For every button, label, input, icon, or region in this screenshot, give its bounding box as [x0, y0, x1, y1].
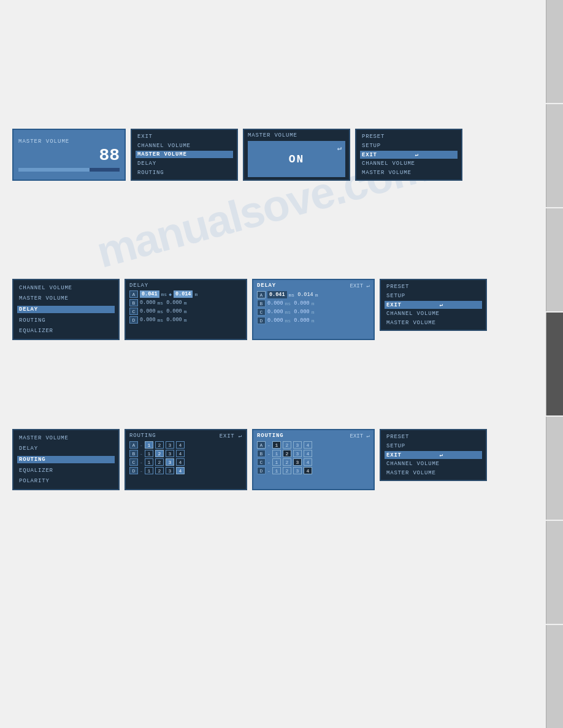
ch-c-dark: C — [129, 308, 138, 315]
rc-2-blue[interactable]: 2 — [283, 458, 291, 466]
routing-header-blue: ROUTING — [257, 433, 283, 439]
rd-2-dark[interactable]: 2 — [155, 467, 164, 474]
tab-1[interactable] — [546, 0, 563, 103]
routing-r3[interactable]: ROUTING — [17, 456, 115, 463]
on-button[interactable]: ON ↵ — [248, 141, 345, 177]
menu-routing-r1[interactable]: ROUTING — [136, 169, 233, 176]
routing-row-d-dark: D - 1 2 3 4 — [129, 467, 242, 474]
delay-a-m-dark[interactable]: 0.014 — [174, 290, 193, 298]
rd-1-blue[interactable]: 1 — [272, 467, 281, 474]
ch-a-blue: A — [257, 291, 266, 298]
panel-preset-menu-r2: PRESET SETUP EXIT ↵ CHANNEL VOLUME MASTE… — [380, 279, 487, 331]
setup-r2[interactable]: SETUP — [385, 292, 482, 300]
ra-4-blue[interactable]: 4 — [304, 441, 312, 449]
channel-vol-r2[interactable]: CHANNEL VOLUME — [17, 284, 115, 292]
rb-4-blue[interactable]: 4 — [304, 450, 312, 457]
rb-2-dark[interactable]: 2 — [155, 450, 164, 457]
exit-r3[interactable]: EXIT ↵ — [385, 451, 482, 459]
polarity-r3[interactable]: POLARITY — [17, 477, 115, 485]
rc-4-blue[interactable]: 4 — [304, 458, 312, 466]
row1-master-volume: MASTER VOLUME 88 EXIT CHANNEL VOLUME MAS… — [12, 129, 542, 184]
menu-master-vol-r1[interactable]: MASTER VOLUME — [136, 151, 233, 158]
panel-on-off: MASTER VOLUME ON ↵ — [243, 129, 350, 181]
preset-r2[interactable]: PRESET — [385, 283, 482, 290]
rb-3-dark[interactable]: 3 — [166, 450, 174, 457]
exit-r2[interactable]: EXIT ↵ — [385, 301, 482, 309]
delay-row-d-dark: D 0.000 ms 0.000 m — [129, 316, 242, 324]
delay-row-c-dark: C 0.000 ms 0.000 m — [129, 308, 242, 315]
tab-7[interactable] — [546, 625, 563, 728]
ch-b-dark: B — [129, 299, 138, 306]
eq-r2[interactable]: EQUALIZER — [17, 327, 115, 335]
tab-3[interactable] — [546, 208, 563, 311]
delay-row-b-blue: B 0.000 ms 0.000 m — [257, 300, 370, 307]
master-vol-r3-p4[interactable]: MASTER VOLUME — [385, 469, 482, 477]
routing-row-b-dark: B - 1 2 3 4 — [129, 450, 242, 457]
tab-5[interactable] — [546, 417, 563, 520]
rb-1-dark[interactable]: 1 — [145, 450, 153, 457]
tab-4-active[interactable] — [546, 313, 563, 415]
exit-routing-blue[interactable]: EXIT ↵ — [350, 433, 370, 439]
menu-delay-r1[interactable]: DELAY — [136, 160, 233, 167]
master-vol-r1-p4[interactable]: MASTER VOLUME — [360, 169, 458, 176]
rc-4-dark[interactable]: 4 — [176, 458, 185, 466]
master-vol-r3[interactable]: MASTER VOLUME — [17, 434, 115, 442]
on-off-header: MASTER VOLUME — [248, 132, 345, 138]
rd-3-dark[interactable]: 3 — [166, 467, 174, 474]
ra-2-blue[interactable]: 2 — [283, 441, 291, 449]
exit-delay-blue[interactable]: EXIT ↵ — [350, 282, 370, 289]
preset-r1[interactable]: PRESET — [360, 133, 458, 140]
ch-d-blue: D — [257, 317, 266, 324]
channel-vol-r2-p4[interactable]: CHANNEL VOLUME — [385, 310, 482, 317]
ra-1-dark[interactable]: 1 — [145, 441, 153, 449]
rch-b-blue: B — [257, 450, 266, 457]
ra-4-dark[interactable]: 4 — [176, 441, 185, 449]
row2-delay: CHANNEL VOLUME MASTER VOLUME DELAY ROUTI… — [12, 279, 542, 343]
master-vol-r2-p4[interactable]: MASTER VOLUME — [385, 319, 482, 327]
rd-3-blue[interactable]: 3 — [293, 467, 302, 474]
tab-6[interactable] — [546, 521, 563, 624]
delay-row-d-blue: D 0.000 ms 0.000 m — [257, 317, 370, 324]
rc-3-blue[interactable]: 3 — [293, 458, 302, 466]
channel-vol-r1-p4[interactable]: CHANNEL VOLUME — [360, 160, 458, 167]
exit-r1[interactable]: EXIT ↵ — [360, 151, 458, 159]
panel-menu-row1: EXIT CHANNEL VOLUME MASTER VOLUME DELAY … — [131, 129, 238, 181]
eq-r3[interactable]: EQUALIZER — [17, 467, 115, 474]
rb-4-dark[interactable]: 4 — [176, 450, 185, 457]
tab-2[interactable] — [546, 104, 563, 207]
routing-r2[interactable]: ROUTING — [17, 317, 115, 324]
delay-a-ms-blue[interactable]: 0.041 — [267, 291, 287, 298]
rc-2-dark[interactable]: 2 — [155, 458, 164, 466]
volume-bar — [18, 168, 120, 172]
rd-1-dark[interactable]: 1 — [145, 467, 153, 474]
rb-3-blue[interactable]: 3 — [293, 450, 302, 457]
delay-a-ms-dark[interactable]: 0.041 — [140, 290, 159, 298]
delay-r2[interactable]: DELAY — [17, 306, 115, 313]
menu-exit-r1[interactable]: EXIT — [136, 133, 233, 140]
ra-3-blue[interactable]: 3 — [293, 441, 302, 449]
volume-bar-fill — [18, 168, 90, 172]
delay-r3[interactable]: DELAY — [17, 445, 115, 452]
rc-3-dark[interactable]: 3 — [166, 458, 174, 466]
master-vol-r2[interactable]: MASTER VOLUME — [17, 295, 115, 302]
ra-3-dark[interactable]: 3 — [166, 441, 174, 449]
rb-1-blue[interactable]: 1 — [272, 450, 281, 457]
channel-vol-r3-p4[interactable]: CHANNEL VOLUME — [385, 460, 482, 468]
rd-2-blue[interactable]: 2 — [283, 467, 291, 474]
ra-2-dark[interactable]: 2 — [155, 441, 164, 449]
rd-4-dark[interactable]: 4 — [176, 467, 185, 474]
setup-r3[interactable]: SETUP — [385, 442, 482, 450]
routing-row-c-blue: C - 1 2 3 4 — [257, 458, 370, 466]
rb-2-blue[interactable]: 2 — [283, 450, 291, 457]
menu-channel-vol-r1[interactable]: CHANNEL VOLUME — [136, 142, 233, 150]
delay-c-ms-dark: 0.000 — [140, 308, 156, 314]
preset-r3[interactable]: PRESET — [385, 433, 482, 441]
rch-a-blue: A — [257, 441, 266, 449]
ra-1-blue[interactable]: 1 — [272, 441, 281, 449]
rc-1-dark[interactable]: 1 — [145, 458, 153, 466]
setup-r1[interactable]: SETUP — [360, 142, 458, 150]
rd-4-blue[interactable]: 4 — [304, 467, 312, 474]
rc-1-blue[interactable]: 1 — [272, 458, 281, 466]
rch-c-blue: C — [257, 458, 266, 466]
panel-routing-values-dark: ROUTING EXIT ↵ A - 1 2 3 4 B - 1 2 3 4 — [124, 429, 247, 490]
